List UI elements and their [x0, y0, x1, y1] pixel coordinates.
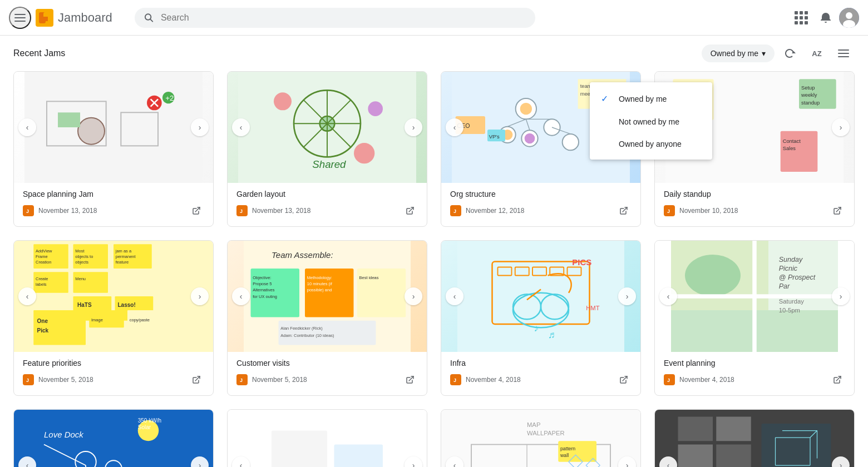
prev-arrow[interactable]: ‹: [232, 287, 250, 305]
open-button[interactable]: [189, 372, 204, 387]
refresh-button[interactable]: [779, 42, 801, 64]
chevron-down-icon: ▾: [762, 49, 766, 58]
svg-point-51: [563, 134, 579, 150]
jam-meta: J November 10, 2018: [664, 203, 845, 218]
jam-card[interactable]: ‹ MAP WALLPAPER pattern wall ● Maker: [441, 409, 641, 467]
jam-info: Space planning Jam J November 13, 2018: [14, 183, 213, 226]
jam-card[interactable]: ‹ Sunday Picnic @ Prospect Par Saturday …: [654, 240, 855, 396]
jam-app-icon: J: [450, 205, 461, 216]
prev-arrow[interactable]: ‹: [446, 287, 463, 305]
svg-point-35: [274, 92, 292, 110]
dropdown-item-label: Owned by anyone: [619, 140, 682, 148]
open-button[interactable]: [189, 203, 204, 218]
next-arrow[interactable]: ›: [191, 118, 209, 136]
svg-text:VP's: VP's: [489, 134, 500, 140]
right-arrow-icon: ›: [199, 461, 201, 467]
next-arrow[interactable]: ›: [832, 287, 850, 305]
dropdown-item-owned-by-me[interactable]: ✓ Owned by me: [590, 87, 712, 111]
jam-preview-image: Shared: [228, 72, 427, 183]
next-arrow[interactable]: ›: [405, 118, 422, 136]
list-view-icon: [838, 48, 849, 59]
svg-text:Setup: Setup: [801, 85, 815, 91]
prev-arrow[interactable]: ‹: [659, 287, 677, 305]
jam-name: Event planning: [664, 359, 845, 367]
jam-card[interactable]: ‹ PICS ♪: [441, 240, 641, 396]
svg-text:Best ideas: Best ideas: [359, 275, 379, 280]
jam-meta: J November 12, 2018: [450, 203, 632, 218]
next-arrow[interactable]: ›: [405, 287, 422, 305]
open-external-icon: [406, 375, 415, 384]
right-arrow-icon: ›: [840, 123, 842, 132]
avatar[interactable]: [839, 8, 859, 28]
open-button[interactable]: [402, 372, 418, 387]
svg-text:Alternatives: Alternatives: [253, 287, 274, 292]
open-button[interactable]: [402, 203, 418, 218]
toolbar-actions: Owned by me ▾ AZ: [702, 42, 855, 64]
left-arrow-icon: ‹: [240, 123, 243, 132]
filter-button[interactable]: Owned by me ▾: [702, 44, 775, 62]
svg-text:Love Dock: Love Dock: [44, 430, 84, 439]
jam-card[interactable]: ‹ ›: [227, 409, 427, 467]
jam-card[interactable]: ‹: [654, 409, 855, 467]
svg-text:pattern: pattern: [560, 446, 575, 451]
svg-rect-187: [716, 417, 751, 441]
open-button[interactable]: [830, 372, 845, 387]
svg-text:copy/paste: copy/paste: [130, 317, 150, 322]
svg-text:J: J: [26, 208, 29, 214]
sort-button[interactable]: AZ: [806, 42, 828, 64]
jam-meta-left: J November 13, 2018: [236, 205, 310, 216]
svg-rect-14: [838, 56, 849, 57]
svg-rect-92: [73, 272, 108, 293]
svg-text:@ Prospect: @ Prospect: [779, 274, 816, 281]
svg-text:Sunday: Sunday: [779, 256, 803, 264]
filter-dropdown: ✓ Owned by me Not owned by me Owned by a…: [590, 82, 712, 160]
prev-arrow[interactable]: ‹: [18, 118, 36, 136]
svg-text:J: J: [453, 377, 456, 383]
jam-card[interactable]: ‹ Love Dock 350 kW/h Solar Build...: [13, 409, 214, 467]
notifications-button[interactable]: [815, 7, 837, 29]
svg-rect-188: [678, 445, 713, 468]
jam-card[interactable]: ‹ +2 › Space planning Jam: [13, 71, 214, 227]
menu-icon: [14, 12, 26, 23]
next-arrow[interactable]: ›: [832, 118, 850, 136]
jam-card[interactable]: ‹ AddView Frame Creation Most objects to…: [13, 240, 214, 396]
jam-meta: J November 4, 2018: [664, 372, 845, 387]
jam-thumbnail: ‹ MAP WALLPAPER pattern wall ● Maker: [441, 410, 640, 467]
open-button[interactable]: [830, 203, 845, 218]
svg-text:10-5pm: 10-5pm: [779, 307, 800, 314]
open-external-icon: [833, 206, 842, 215]
dropdown-item-not-owned-by-me[interactable]: Not owned by me: [590, 111, 712, 133]
jam-card[interactable]: ‹ Shared › Garden layout: [227, 71, 427, 227]
svg-text:possible) and: possible) and: [307, 287, 332, 292]
prev-arrow[interactable]: ‹: [232, 118, 250, 136]
svg-rect-19: [58, 112, 80, 127]
apps-grid-icon: [795, 11, 808, 24]
search-input[interactable]: [161, 13, 526, 23]
right-arrow-icon: ›: [626, 461, 629, 467]
jam-preview-image: [228, 410, 427, 467]
menu-button[interactable]: [9, 7, 31, 29]
app-header: Jamboard: [0, 0, 868, 36]
left-arrow-icon: ‹: [667, 292, 670, 301]
open-button[interactable]: [616, 203, 632, 218]
next-arrow[interactable]: ›: [191, 287, 209, 305]
jam-info: Customer visits J November 5, 2018: [228, 352, 427, 395]
svg-text:permanent: permanent: [116, 254, 136, 259]
list-view-button[interactable]: [832, 42, 855, 64]
right-arrow-icon: ›: [199, 292, 201, 301]
prev-arrow[interactable]: ‹: [18, 287, 36, 305]
left-arrow-icon: ‹: [240, 292, 243, 301]
svg-text:Adam: Contributor (10 ideas): Adam: Contributor (10 ideas): [280, 333, 334, 338]
jam-card[interactable]: ‹ Team Assemble: Objective: Propose 5 Al…: [227, 240, 427, 396]
jam-name: Garden layout: [236, 190, 418, 198]
svg-rect-12: [838, 49, 849, 51]
dropdown-item-label: Owned by me: [619, 95, 667, 103]
right-arrow-icon: ›: [626, 292, 629, 301]
apps-button[interactable]: [790, 7, 812, 29]
jam-app-icon: J: [236, 374, 248, 385]
dropdown-item-owned-by-anyone[interactable]: Owned by anyone: [590, 133, 712, 155]
left-arrow-icon: ‹: [453, 123, 456, 132]
next-arrow[interactable]: ›: [618, 287, 636, 305]
prev-arrow[interactable]: ‹: [446, 118, 463, 136]
open-button[interactable]: [616, 372, 632, 387]
